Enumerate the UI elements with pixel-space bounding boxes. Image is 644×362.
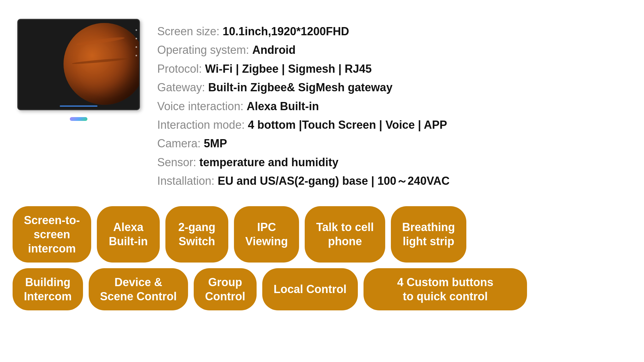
pills-row-1: Screen-to- screen intercomAlexa Built-in… (13, 206, 631, 263)
spec-label: Sensor: (157, 156, 196, 169)
spec-label: Screen size: (157, 25, 219, 38)
device-dots (136, 29, 137, 56)
spec-label: Interaction mode: (157, 118, 245, 131)
device-frame (17, 19, 140, 110)
spec-row: Installation: EU and US/AS(2-gang) base … (157, 172, 631, 190)
spec-row: Screen size: 10.1inch,1920*1200FHD (157, 22, 631, 41)
specs-section: Screen size: 10.1inch,1920*1200FHDOperat… (157, 19, 631, 190)
spec-row: Sensor: temperature and humidity (157, 153, 631, 172)
pill-ipc-viewing[interactable]: IPC Viewing (234, 206, 299, 263)
spec-value: temperature and humidity (199, 156, 338, 169)
spec-label: Gateway: (157, 81, 205, 94)
spec-value: 5MP (204, 137, 227, 150)
spec-value: Wi-Fi | Zigbee | Sigmesh | RJ45 (205, 62, 372, 75)
planet-illustration (64, 23, 140, 105)
dot-1 (136, 29, 137, 31)
spec-label: Voice interaction: (157, 100, 243, 113)
pill-building-intercom[interactable]: Building Intercom (13, 268, 83, 310)
dot-3 (136, 46, 137, 48)
max-badge (70, 117, 87, 121)
spec-row: Camera: 5MP (157, 134, 631, 153)
spec-value: Built-in Zigbee& SigMesh gateway (208, 81, 392, 94)
dot-4 (136, 55, 137, 56)
spec-value: Alexa Built-in (247, 100, 319, 113)
pill-breathing-light-strip[interactable]: Breathing light strip (391, 206, 466, 263)
spec-row: Gateway: Built-in Zigbee& SigMesh gatewa… (157, 78, 631, 97)
spec-row: Voice interaction: Alexa Built-in (157, 97, 631, 116)
spec-label: Protocol: (157, 62, 202, 75)
page: Screen size: 10.1inch,1920*1200FHDOperat… (0, 0, 644, 362)
spec-label: Camera: (157, 137, 201, 150)
device-area (13, 19, 145, 121)
pill-local-control[interactable]: Local Control (262, 268, 358, 310)
pill-group-control[interactable]: Group Control (194, 268, 257, 310)
pill-device-scene-control[interactable]: Device & Scene Control (89, 268, 188, 310)
spec-value: EU and US/AS(2-gang) base | 100～240VAC (218, 174, 450, 187)
pill-2-gang-switch[interactable]: 2-gang Switch (165, 206, 228, 263)
pill-alexa-built-in[interactable]: Alexa Built-in (97, 206, 160, 263)
device-bottom-bar (60, 105, 97, 107)
pill-talk-to-cell-phone[interactable]: Talk to cell phone (305, 206, 385, 263)
pills-section: Screen-to- screen intercomAlexa Built-in… (13, 206, 631, 310)
spec-row: Operating system: Android (157, 41, 631, 59)
spec-value: Android (252, 43, 296, 56)
spec-label: Operating system: (157, 43, 249, 56)
spec-label: Installation: (157, 174, 214, 187)
pills-row-2: Building IntercomDevice & Scene ControlG… (13, 268, 631, 310)
dot-2 (136, 38, 137, 39)
top-section: Screen size: 10.1inch,1920*1200FHDOperat… (13, 19, 631, 190)
pill-screen-to-screen-intercom[interactable]: Screen-to- screen intercom (13, 206, 91, 263)
spec-value: 4 bottom |Touch Screen | Voice | APP (248, 118, 447, 131)
spec-value: 10.1inch,1920*1200FHD (223, 25, 349, 38)
spec-row: Interaction mode: 4 bottom |Touch Screen… (157, 116, 631, 134)
pill-4-custom-buttons[interactable]: 4 Custom buttons to quick control (364, 268, 527, 310)
spec-row: Protocol: Wi-Fi | Zigbee | Sigmesh | RJ4… (157, 59, 631, 78)
